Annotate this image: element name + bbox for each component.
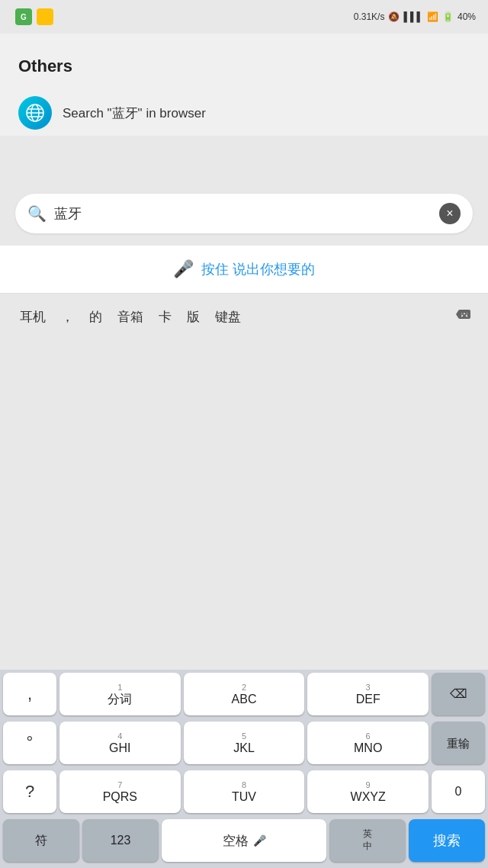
delete-back-icon [454,307,473,326]
chip-earphone[interactable]: 耳机 [12,305,53,329]
search-suggestion[interactable]: Search "蓝牙" in browser [18,90,470,136]
key-6-mno[interactable]: 6 MNO [307,722,429,764]
chip-speaker[interactable]: 音箱 [110,305,151,329]
key-7-label: PQRS [103,791,137,803]
globe-icon [25,103,45,123]
key-reenter-label: 重输 [447,738,470,749]
status-icons: 0.31K/s 🔕 ▌▌▌ 📶 🔋 40% [354,11,476,22]
chip-ban[interactable]: 版 [179,305,207,329]
key-period[interactable]: ° [3,722,56,764]
key-lang[interactable]: 英中 [329,819,406,862]
mute-icon: 🔕 [388,11,400,22]
space-label: 空格 [223,834,249,847]
chip-keyboard[interactable]: 键盘 [207,305,249,329]
key-6-num: 6 [366,732,371,741]
key-5-num: 5 [242,732,246,741]
delete-suggestion-button[interactable] [451,304,476,329]
key-9-num: 9 [366,781,371,789]
key-0-label: 0 [455,786,462,798]
keyboard-row-1: , 1 分词 2 ABC 3 DEF ⌫ [0,670,488,719]
key-reenter[interactable]: 重输 [432,722,485,764]
key-period-label: ° [27,735,34,751]
key-num-label: 123 [111,834,131,847]
key-fu[interactable]: 符 [3,819,79,862]
key-2-label: ABC [232,693,257,706]
voice-bar[interactable]: 🎤 按住 说出你想要的 [0,246,488,294]
key-6-label: MNO [354,742,382,754]
key-1-num: 1 [117,683,122,692]
clear-icon: × [446,207,453,220]
key-space[interactable]: 空格 🎤 [162,819,326,862]
suggestion-text: Search "蓝牙" in browser [63,104,206,122]
speed-indicator: 0.31K/s [354,11,385,22]
space-mic-container: 空格 🎤 [223,834,266,847]
search-icon: 🔍 [27,204,47,223]
key-9-wxyz[interactable]: 9 WXYZ [307,770,429,813]
key-4-label: GHI [109,742,130,754]
status-bar: G 0.31K/s 🔕 ▌▌▌ 📶 🔋 40% [0,0,488,34]
search-bar[interactable]: 🔍 蓝牙 × [15,194,473,233]
signal-icon: ▌▌▌ [403,11,423,22]
space-mic-icon: 🎤 [253,834,266,847]
key-question-label: ? [25,783,34,800]
key-question[interactable]: ? [3,770,56,813]
voice-icon: 🎤 [173,259,194,279]
voice-text: 按住 说出你想要的 [201,260,315,278]
key-2-num: 2 [242,683,246,692]
key-4-ghi[interactable]: 4 GHI [59,722,181,764]
key-1-fenzi[interactable]: 1 分词 [59,673,181,715]
key-4-num: 4 [117,732,122,741]
key-backspace[interactable]: ⌫ [432,673,485,715]
key-backspace-label: ⌫ [450,688,467,700]
keyboard: , 1 分词 2 ABC 3 DEF ⌫ ° 4 GHI 5 JKL [0,670,488,868]
key-7-pqrs[interactable]: 7 PQRS [59,770,181,813]
key-8-tuv[interactable]: 8 TUV [184,770,305,813]
key-5-jkl[interactable]: 5 JKL [184,722,305,764]
search-text[interactable]: 蓝牙 [54,204,432,223]
key-comma[interactable]: , [3,673,56,715]
chip-de[interactable]: 的 [82,305,110,329]
keyboard-row-3: ? 7 PQRS 8 TUV 9 WXYZ 0 [0,767,488,816]
battery-percent: 40% [458,11,476,22]
key-lang-label: 英中 [363,828,372,852]
key-0[interactable]: 0 [432,770,485,813]
search-bar-container: 🔍 蓝牙 × [0,182,488,246]
key-search[interactable]: 搜索 [409,819,485,862]
key-8-num: 8 [242,781,246,789]
key-9-label: WXYZ [351,791,386,803]
wifi-icon: 📶 [427,11,438,22]
browser-icon [18,96,52,130]
key-2-abc[interactable]: 2 ABC [184,673,305,715]
main-area: Others Search "蓝牙" in browser [0,34,488,136]
key-3-num: 3 [366,683,371,692]
key-3-label: DEF [356,693,380,706]
key-comma-label: , [27,686,32,702]
keyboard-row-2: ° 4 GHI 5 JKL 6 MNO 重输 [0,719,488,767]
clear-button[interactable]: × [439,203,461,224]
key-num[interactable]: 123 [82,819,159,862]
battery-icon: 🔋 [442,11,454,22]
key-8-label: TUV [232,791,256,803]
chip-comma[interactable]: ， [53,305,82,329]
key-search-label: 搜索 [433,834,461,847]
key-fu-label: 符 [35,834,47,847]
section-title: Others [18,56,470,76]
key-1-label: 分词 [108,693,132,706]
chip-ka[interactable]: 卡 [151,305,179,329]
key-3-def[interactable]: 3 DEF [307,673,429,715]
key-5-label: JKL [233,742,255,754]
suggestions-row: 耳机 ， 的 音箱 卡 版 键盘 [0,294,488,339]
key-7-num: 7 [117,781,122,789]
keyboard-bottom-row: 符 123 空格 🎤 英中 搜索 [0,816,488,868]
